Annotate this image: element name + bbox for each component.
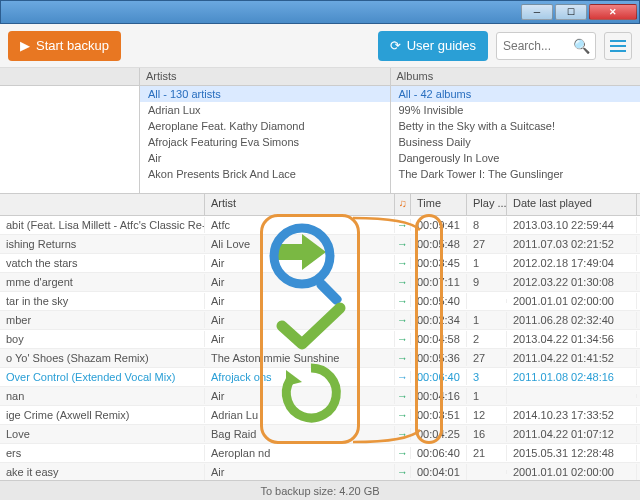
cell-play: 3 bbox=[467, 369, 507, 385]
search-box[interactable]: 🔍 bbox=[496, 32, 596, 60]
browser-item[interactable]: 99% Invisible bbox=[391, 102, 641, 118]
browser-list-artists[interactable]: All - 130 artistsAdrian LuxAeroplane Fea… bbox=[140, 86, 390, 193]
cell-artist: Afrojack ons bbox=[205, 369, 395, 385]
browser-item[interactable]: All - 130 artists bbox=[140, 86, 390, 102]
cell-name: tar in the sky bbox=[0, 293, 205, 309]
cell-date: 2013.03.10 22:59:44 bbox=[507, 217, 637, 233]
table-row[interactable]: tar in the skyAir→00:05:402001.01.01 02:… bbox=[0, 292, 640, 311]
window-titlebar: ─ ☐ ✕ bbox=[0, 0, 640, 24]
cell-name: ake it easy bbox=[0, 464, 205, 480]
table-header: Artist ♫ Time Play ... Date last played bbox=[0, 194, 640, 216]
cell-time: 00:06:40 bbox=[411, 445, 467, 461]
cell-play: 8 bbox=[467, 217, 507, 233]
cell-play: 21 bbox=[467, 445, 507, 461]
user-guides-button[interactable]: ⟳ User guides bbox=[378, 31, 488, 61]
table-body[interactable]: abit (Feat. Lisa Millett - Atfc's Classi… bbox=[0, 216, 640, 480]
arrow-icon: → bbox=[395, 390, 411, 402]
browser-header-albums: Albums bbox=[391, 68, 641, 86]
table-row[interactable]: Over Control (Extended Vocal Mix)Afrojac… bbox=[0, 368, 640, 387]
browser-list-albums[interactable]: All - 42 albums99% InvisibleBetty in the… bbox=[391, 86, 641, 193]
minimize-button[interactable]: ─ bbox=[521, 4, 553, 20]
th-date[interactable]: Date last played bbox=[507, 194, 637, 215]
cell-play: 27 bbox=[467, 350, 507, 366]
browser-col-artists: Artists All - 130 artistsAdrian LuxAerop… bbox=[140, 68, 391, 193]
browser-item[interactable]: Dangerously In Love bbox=[391, 150, 641, 166]
close-button[interactable]: ✕ bbox=[589, 4, 637, 20]
cell-artist: Air bbox=[205, 331, 395, 347]
cell-date: 2001.01.01 02:00:00 bbox=[507, 293, 637, 309]
table-row[interactable]: mme d'argentAir→00:07:1192012.03.22 01:3… bbox=[0, 273, 640, 292]
cell-date: 2011.06.28 02:32:40 bbox=[507, 312, 637, 328]
browser-item[interactable] bbox=[0, 106, 139, 110]
table-row[interactable]: abit (Feat. Lisa Millett - Atfc's Classi… bbox=[0, 216, 640, 235]
cell-time: 00:04:25 bbox=[411, 426, 467, 442]
browser-item[interactable]: Betty in the Sky with a Suitcase! bbox=[391, 118, 641, 134]
cell-time: 00:09:41 bbox=[411, 217, 467, 233]
cell-play: 12 bbox=[467, 407, 507, 423]
start-backup-button[interactable]: ▶ Start backup bbox=[8, 31, 121, 61]
table-row[interactable]: o Yo' Shoes (Shazam Remix)The Aston mmie… bbox=[0, 349, 640, 368]
search-input[interactable] bbox=[503, 39, 573, 53]
th-time[interactable]: Time bbox=[411, 194, 467, 215]
th-name[interactable] bbox=[0, 194, 205, 215]
browser-item[interactable]: Akon Presents Brick And Lace bbox=[140, 166, 390, 182]
cell-name: vatch the stars bbox=[0, 255, 205, 271]
browser-item[interactable]: Adrian Lux bbox=[140, 102, 390, 118]
browser-item[interactable]: Aeroplane Feat. Kathy Diamond bbox=[140, 118, 390, 134]
arrow-icon: → bbox=[395, 428, 411, 440]
browser-item[interactable]: The Dark Tower I: The Gunslinger bbox=[391, 166, 641, 182]
arrow-icon: → bbox=[395, 447, 411, 459]
browser-item[interactable]: Business Daily bbox=[391, 134, 641, 150]
cell-play: 16 bbox=[467, 426, 507, 442]
cell-artist: Air bbox=[205, 388, 395, 404]
cell-time: 00:03:45 bbox=[411, 255, 467, 271]
cell-date: 2011.01.08 02:48:16 bbox=[507, 369, 637, 385]
cell-play bbox=[467, 299, 507, 303]
th-artist[interactable]: Artist bbox=[205, 194, 395, 215]
arrow-icon: → bbox=[395, 257, 411, 269]
search-icon[interactable]: 🔍 bbox=[573, 38, 590, 54]
table-row[interactable]: ersAeroplan nd→00:06:40212015.05.31 12:2… bbox=[0, 444, 640, 463]
th-music-icon[interactable]: ♫ bbox=[395, 194, 411, 215]
cell-date: 2001.01.01 02:00:00 bbox=[507, 464, 637, 480]
cell-name: ers bbox=[0, 445, 205, 461]
cell-artist: Bag Raid bbox=[205, 426, 395, 442]
table-row[interactable]: ishing ReturnsAli Love→00:05:48272011.07… bbox=[0, 235, 640, 254]
arrow-icon: → bbox=[395, 352, 411, 364]
cell-artist: Atfc bbox=[205, 217, 395, 233]
cell-name: abit (Feat. Lisa Millett - Atfc's Classi… bbox=[0, 217, 205, 233]
table-row[interactable]: mberAir→00:02:3412011.06.28 02:32:40 bbox=[0, 311, 640, 330]
table-row[interactable]: ige Crime (Axwell Remix)Adrian Lu→00:03:… bbox=[0, 406, 640, 425]
maximize-button[interactable]: ☐ bbox=[555, 4, 587, 20]
table-row[interactable]: boyAir→00:04:5822013.04.22 01:34:56 bbox=[0, 330, 640, 349]
browser-item[interactable]: Afrojack Featuring Eva Simons bbox=[140, 134, 390, 150]
cell-artist: The Aston mmie Sunshine bbox=[205, 350, 395, 366]
cell-name: mber bbox=[0, 312, 205, 328]
table-row[interactable]: ake it easyAir→00:04:012001.01.01 02:00:… bbox=[0, 463, 640, 480]
cell-name: ishing Returns bbox=[0, 236, 205, 252]
cell-play bbox=[467, 470, 507, 474]
cell-time: 00:07:11 bbox=[411, 274, 467, 290]
cell-artist: Aeroplan nd bbox=[205, 445, 395, 461]
cell-play: 9 bbox=[467, 274, 507, 290]
browser-list-left[interactable] bbox=[0, 86, 139, 193]
hamburger-menu-button[interactable] bbox=[604, 32, 632, 60]
browser-item[interactable]: All - 42 albums bbox=[391, 86, 641, 102]
cell-date: 2014.10.23 17:33:52 bbox=[507, 407, 637, 423]
th-play[interactable]: Play ... bbox=[467, 194, 507, 215]
browser-item[interactable]: Air bbox=[140, 150, 390, 166]
table-row[interactable]: vatch the starsAir→00:03:4512012.02.18 1… bbox=[0, 254, 640, 273]
cell-artist: Air bbox=[205, 293, 395, 309]
cell-play: 2 bbox=[467, 331, 507, 347]
browser-panel: Artists All - 130 artistsAdrian LuxAerop… bbox=[0, 68, 640, 194]
table-row[interactable]: LoveBag Raid→00:04:25162011.04.22 01:07:… bbox=[0, 425, 640, 444]
arrow-icon: → bbox=[395, 409, 411, 421]
arrow-icon: → bbox=[395, 295, 411, 307]
browser-header-artists: Artists bbox=[140, 68, 390, 86]
table-row[interactable]: nanAir→00:04:161 bbox=[0, 387, 640, 406]
help-icon: ⟳ bbox=[390, 38, 401, 53]
cell-time: 00:05:36 bbox=[411, 350, 467, 366]
cell-time: 00:05:48 bbox=[411, 236, 467, 252]
cell-date bbox=[507, 394, 637, 398]
footer-text: To backup size: 4.20 GB bbox=[260, 485, 379, 497]
